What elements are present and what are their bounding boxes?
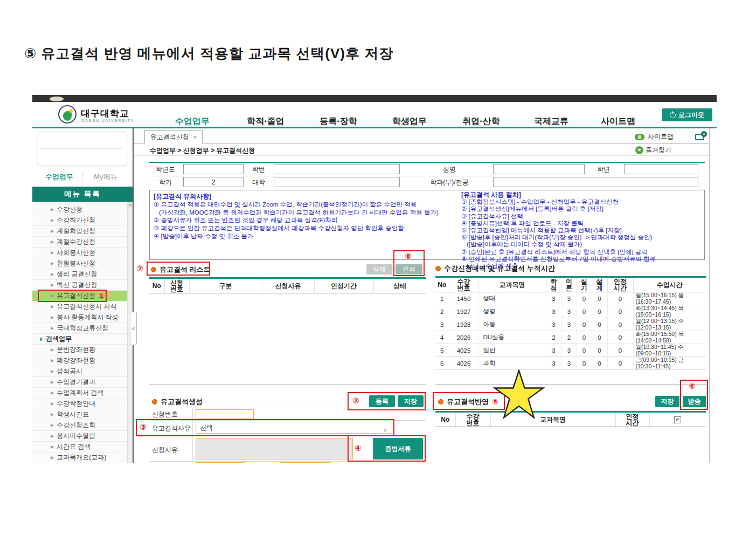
arrow-right-icon: ▶ bbox=[51, 326, 54, 331]
sidebar-item[interactable]: ▶봉사이수열람 bbox=[32, 430, 127, 441]
arrow-right-icon: ▶ bbox=[51, 444, 54, 449]
annotation-badge-4: ④ bbox=[355, 443, 362, 453]
enrollment-table: No 수강 번호 교과목명 학 점 이 론 실 기 설 계 인정 시간 수업시간… bbox=[435, 276, 706, 370]
star-icon: ★ bbox=[635, 146, 643, 154]
arrow-right-icon: ▶ bbox=[51, 293, 54, 298]
absence-list-table: No 신청 번호 구분 신청사유 인정기간 상태 bbox=[149, 277, 426, 293]
university-logo-icon bbox=[58, 105, 77, 124]
sidebar-item[interactable]: ▶교과목개요(교과) bbox=[32, 452, 127, 463]
sidebar-item[interactable]: ▶봉사 활동계획서 작성 bbox=[32, 312, 127, 323]
sidebar-item[interactable]: ▶유고결석신청서 서식 bbox=[32, 301, 127, 312]
college-input[interactable] bbox=[274, 177, 400, 187]
period-end-input[interactable] bbox=[280, 462, 330, 463]
delete-button[interactable]: 삭제 bbox=[366, 264, 392, 275]
grade-input[interactable] bbox=[624, 164, 698, 174]
table-row: 31928아동33000월(12:00~13:15) 수(12:00~13:15… bbox=[435, 318, 706, 331]
save-button-create[interactable]: 저장 bbox=[398, 395, 424, 407]
print-button[interactable]: 인쇄 bbox=[396, 264, 422, 275]
sidebar-item[interactable]: ▶사회봉사신청 bbox=[32, 247, 127, 258]
evidence-button[interactable]: 증빙서류 bbox=[373, 438, 423, 459]
sidebar-item[interactable]: ▶계절희망신청 bbox=[32, 225, 127, 236]
annotation-badge-6: ⑥ bbox=[689, 381, 696, 391]
table-row: 64026과학33000금(09:00~10:15) 금(10:30~11:45… bbox=[435, 357, 706, 370]
sidebar-item[interactable]: ▶학생시간표 bbox=[32, 409, 127, 420]
arrow-right-icon: ▶ bbox=[51, 218, 54, 223]
sidebar-item[interactable]: ▶수업평가결과 bbox=[32, 376, 127, 387]
annotation-badge-1: ① bbox=[98, 292, 105, 300]
arrow-right-icon: ▶ bbox=[51, 380, 54, 385]
select-all-checkbox[interactable]: ✔ bbox=[674, 416, 681, 423]
annotation-badge-2: ② bbox=[352, 396, 359, 406]
arrow-right-icon: ▶ bbox=[51, 207, 54, 212]
sidebar-tab-classwork[interactable]: 수업업무 bbox=[38, 170, 81, 183]
app-header: 대구대학교 DAEGU UNIVERSITY 수업업무 학적·졸업 등록·장학 … bbox=[32, 102, 717, 128]
absence-reflect-table: No 수강 번호 교과목명 인정 시간 ✔ bbox=[435, 411, 706, 427]
name-input[interactable] bbox=[493, 164, 585, 174]
table-row: 21927생명33000화(13:30~14:45) 목(15:00~16:15… bbox=[435, 305, 706, 318]
sidebar-item[interactable]: ▶수강학점안내 bbox=[32, 398, 127, 409]
section-bullet-icon bbox=[151, 267, 156, 272]
student-id-input[interactable] bbox=[274, 164, 400, 174]
sidebar-item-absence-application[interactable]: ▶ 유고결석신청 ① bbox=[32, 290, 127, 301]
period-tilde: ~ bbox=[256, 462, 260, 463]
sidebar-item[interactable]: ▶폐강강좌현황 bbox=[32, 355, 127, 366]
section-bullet-icon bbox=[152, 399, 157, 404]
favorite-button[interactable]: ★ 즐겨찾기 bbox=[635, 146, 671, 155]
arrow-right-icon: ▶ bbox=[51, 250, 54, 255]
reason-select-label: 유고결석사유 bbox=[152, 423, 195, 434]
major-input[interactable] bbox=[493, 177, 698, 187]
sidebar-group-search[interactable]: ∨검색업무 bbox=[32, 333, 127, 344]
browser-top-strip bbox=[32, 95, 717, 102]
select-all-column: ✔ bbox=[649, 412, 706, 427]
sidebar-item[interactable]: ▶백신 공결신청 bbox=[32, 279, 127, 290]
notice-left: [유고결석 유의사항] ① 유고결석 적용은 대면수업 및 실시간 Zoom 수… bbox=[154, 193, 439, 241]
logout-button[interactable]: 로그아웃 bbox=[662, 108, 712, 121]
sidebar-item[interactable]: ▶헌혈봉사신청 bbox=[32, 258, 127, 269]
arrow-right-icon: ▶ bbox=[51, 455, 54, 460]
sidebar-item[interactable]: ▶생리 공결신청 bbox=[32, 269, 127, 279]
content-tabbar: 유고결석신청 × ▦ 사이트맵 bbox=[134, 128, 709, 143]
apply-no-label: 신청번호 bbox=[152, 409, 188, 420]
sitemap-shortcut[interactable]: ▦ 사이트맵 bbox=[635, 132, 674, 141]
arrow-right-icon: ▶ bbox=[51, 423, 54, 428]
close-all-windows-icon[interactable] bbox=[695, 133, 704, 142]
top-strip-blob bbox=[50, 97, 64, 101]
sidebar-item[interactable]: ▶분반강좌현황 bbox=[32, 344, 127, 355]
tab-absence-application[interactable]: 유고결석신청 × bbox=[144, 130, 203, 143]
send-button[interactable]: 발송 bbox=[683, 396, 706, 407]
save-button-reflect[interactable]: 저장 bbox=[655, 396, 679, 407]
sidebar-collapse-handle[interactable]: < bbox=[130, 312, 137, 345]
sidebar-item[interactable]: ▶시간표 검색 bbox=[32, 441, 127, 452]
arrow-right-icon: ▶ bbox=[51, 358, 54, 363]
semester-label: 학기 bbox=[152, 177, 179, 188]
arrow-right-icon: ▶ bbox=[51, 412, 54, 417]
menu-list-header: 메뉴 목록 bbox=[32, 187, 133, 202]
apply-reason-textarea[interactable] bbox=[196, 438, 353, 459]
section-bullet-icon bbox=[435, 266, 441, 271]
major-label: 학과(부)/전공 bbox=[424, 177, 475, 188]
sidebar-item[interactable]: ▶성적공시 bbox=[32, 366, 127, 376]
sidebar-item[interactable]: ▶국내학점교류신청 bbox=[32, 323, 127, 333]
sidebar-tab-mymenu[interactable]: My메뉴 bbox=[84, 170, 127, 183]
sidebar-item[interactable]: ▶수강허가신청 bbox=[32, 215, 127, 225]
sidebar-item[interactable]: ▶계절수강신청 bbox=[32, 236, 127, 247]
tab-close-icon[interactable]: × bbox=[193, 134, 197, 140]
reason-select[interactable]: 선택 ∨ bbox=[196, 422, 392, 434]
register-button[interactable]: 등록 bbox=[369, 395, 395, 407]
sidebar: 수업업무 My메뉴 메뉴 목록 ▶수강신청 ▶수강허가신청 ▶계절희망신청 ▶계… bbox=[32, 128, 133, 463]
apply-no-input[interactable] bbox=[196, 409, 254, 419]
chevron-down-icon: ∨ bbox=[383, 424, 387, 435]
year-input[interactable] bbox=[183, 164, 244, 174]
sidebar-profile-card bbox=[37, 132, 127, 166]
semester-input[interactable] bbox=[183, 177, 244, 187]
period-start-input[interactable] bbox=[196, 462, 245, 463]
sidebar-item[interactable]: ▶수업계획서 검색 bbox=[32, 387, 127, 398]
arrow-right-icon: ▶ bbox=[51, 272, 54, 277]
grade-label: 학년 bbox=[592, 164, 615, 175]
sidebar-item[interactable]: ▶수강신청조회 bbox=[32, 420, 127, 430]
table-row: 54025일반33000월(10:30~11:45) 수(09:00~10:15… bbox=[435, 344, 706, 357]
arrow-right-icon: ▶ bbox=[51, 369, 54, 374]
sidebar-item[interactable]: ▶수강신청 bbox=[32, 204, 127, 215]
arrow-right-icon: ▶ bbox=[51, 283, 54, 287]
scroll-up-icon[interactable]: ▲ bbox=[128, 202, 133, 208]
